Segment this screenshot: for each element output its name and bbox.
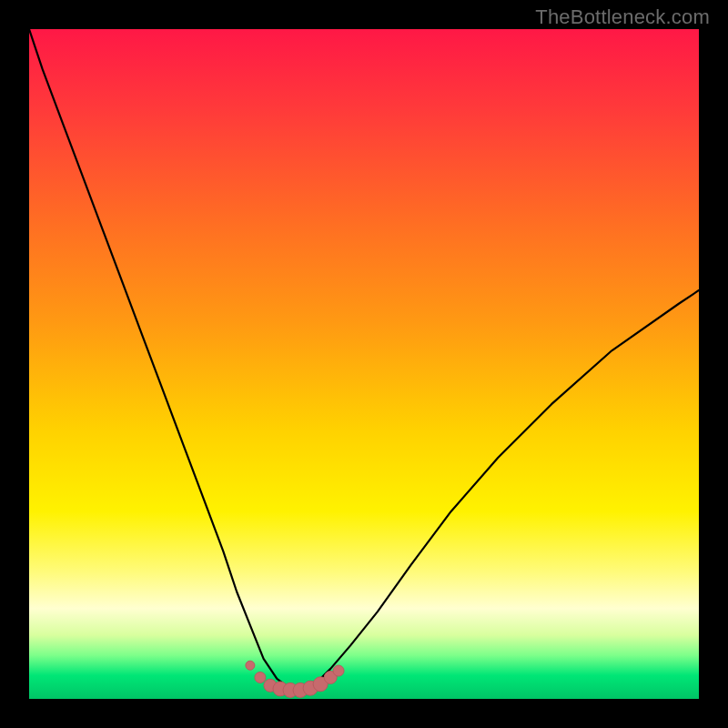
outer-frame: TheBottleneck.com (0, 0, 728, 728)
watermark-text: TheBottleneck.com (535, 5, 710, 29)
gradient-background (29, 29, 699, 699)
marker-dot (255, 672, 266, 682)
marker-dot (246, 661, 255, 670)
chart-svg (29, 29, 699, 699)
chart-plot-area (29, 29, 699, 699)
marker-dot (333, 665, 344, 676)
